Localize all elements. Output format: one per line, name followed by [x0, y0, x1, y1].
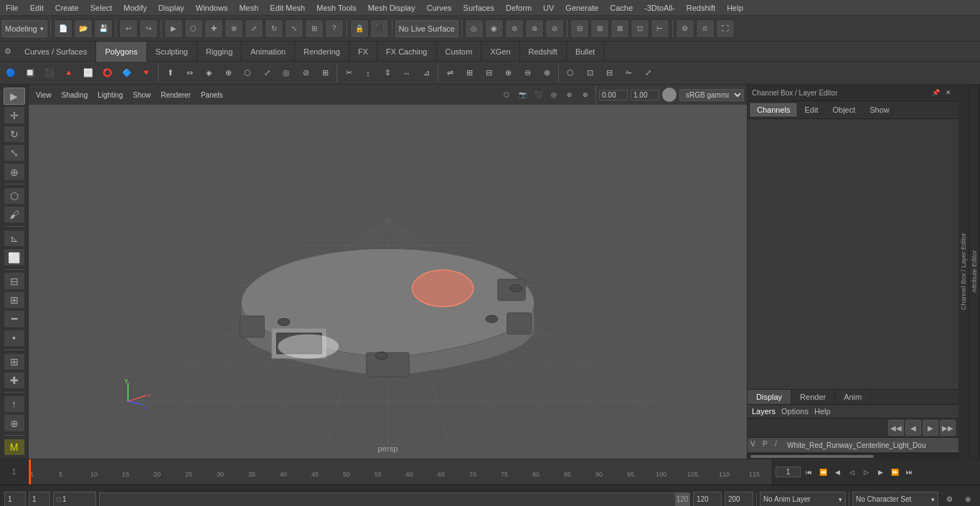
offset-loop-icon[interactable]: ⇕ [378, 64, 397, 83]
menu-modify[interactable]: Modify [118, 2, 152, 14]
anim-layer-dropdown[interactable]: No Anim Layer ▾ [760, 492, 846, 507]
snap-btn[interactable]: ⊞ [305, 19, 324, 38]
menu-file[interactable]: File [0, 2, 24, 14]
snap-grid-btn[interactable]: 🔒 [350, 19, 369, 38]
menu-create[interactable]: Create [50, 2, 85, 14]
anim-total-field[interactable]: 200 [725, 492, 753, 507]
lasso-btn[interactable]: ⊾ [4, 230, 25, 247]
render4-btn[interactable]: ⊛ [525, 19, 544, 38]
undo-btn[interactable]: ↩ [119, 19, 138, 38]
transform-btn[interactable]: ⊕ [225, 19, 243, 38]
vp-shading-menu[interactable]: Shading [57, 90, 93, 100]
rotate-tool-btn[interactable]: ↻ [4, 126, 25, 143]
move-tool-btn[interactable]: ✛ [4, 106, 25, 123]
menu-surfaces[interactable]: Surfaces [458, 2, 500, 14]
cut-sew-icon[interactable]: ✁ [619, 64, 638, 83]
render3-btn[interactable]: ⊚ [505, 19, 524, 38]
vp-color-icon[interactable] [662, 88, 677, 102]
layer-fwd-btn[interactable]: ▶▶ [940, 420, 956, 436]
settings2-btn[interactable]: ⛭ [696, 19, 715, 38]
reduce-icon[interactable]: ⊘ [296, 64, 315, 83]
remesh-icon[interactable]: ⊞ [316, 64, 334, 83]
options-tab[interactable]: Options [781, 407, 809, 416]
current-frame-input[interactable] [776, 467, 801, 477]
menu-cache[interactable]: Cache [604, 2, 639, 14]
component-btn[interactable]: ⊟ [4, 272, 25, 289]
render2-btn[interactable]: ◉ [485, 19, 504, 38]
open-file-btn[interactable]: 📂 [74, 19, 93, 38]
menu-redshift[interactable]: Redshift [681, 2, 721, 14]
universal-manip-btn[interactable]: ⊕ [4, 163, 25, 180]
show-tab[interactable]: Show [863, 103, 896, 116]
vp-view-menu[interactable]: View [32, 90, 56, 100]
soft-select-btn[interactable]: ⬡ [4, 187, 25, 205]
vertical-tab-attr[interactable]: Attribute Editor [969, 85, 980, 459]
menu-3dtall[interactable]: -3DtoAll- [639, 2, 681, 14]
poly-sphere-icon[interactable]: 🔵 [1, 64, 20, 83]
transfer-attr-icon[interactable]: ⤢ [639, 64, 657, 83]
object-tab[interactable]: Object [826, 103, 862, 116]
paint-btn[interactable]: 🖌 [4, 206, 25, 223]
render5-btn[interactable]: ⊘ [545, 19, 564, 38]
render-btn[interactable]: ◎ [465, 19, 484, 38]
menu-deform[interactable]: Deform [500, 2, 537, 14]
vp-color-mode-select[interactable]: sRGB gamma [679, 89, 744, 101]
tab-rigging[interactable]: Rigging [197, 42, 242, 62]
tab-custom[interactable]: Custom [437, 42, 482, 62]
maya-logo-btn[interactable]: M [4, 439, 25, 456]
edge-btn[interactable]: ━ [4, 310, 25, 327]
poly-cube-icon[interactable]: 🔲 [21, 64, 39, 83]
channel-box-pin-btn[interactable]: 📌 [930, 87, 941, 98]
unfold-icon[interactable]: ⬡ [561, 64, 580, 83]
go-end-btn[interactable]: ⏭ [903, 466, 915, 479]
poly-torus-icon[interactable]: ⭕ [98, 64, 117, 83]
snap-point-btn[interactable]: ⬛ [370, 19, 389, 38]
layer-scrollbar[interactable] [748, 453, 958, 459]
menu-select[interactable]: Select [85, 2, 118, 14]
frame-field3[interactable]: □ 1 [53, 492, 96, 507]
play-back-btn[interactable]: ◁ [845, 466, 858, 479]
char-set-extra-btn[interactable]: ⊕ [960, 492, 976, 507]
vp-show-menu[interactable]: Show [128, 90, 155, 100]
extract-icon[interactable]: ⤢ [258, 64, 276, 83]
vp-smooth-icon[interactable]: ◎ [547, 88, 561, 102]
vp-select-mask-icon[interactable]: ⬡ [499, 88, 514, 102]
face-btn[interactable]: ⊞ [4, 291, 25, 309]
channels-tab[interactable]: Channels [750, 103, 796, 116]
vp-renderer-menu[interactable]: Renderer [156, 90, 195, 100]
layout-btn[interactable]: ⊟ [570, 19, 589, 38]
menu-mesh-display[interactable]: Mesh Display [362, 2, 421, 14]
fill-hole-icon[interactable]: ⬡ [238, 64, 257, 83]
menu-uv[interactable]: UV [537, 2, 560, 14]
marquee-btn[interactable]: ⬜ [4, 248, 25, 266]
vp-value1-input[interactable] [599, 90, 628, 100]
menu-edit-mesh[interactable]: Edit Mesh [264, 2, 311, 14]
mirror-icon[interactable]: ⇌ [440, 64, 459, 83]
vp-isolate-icon[interactable]: ⊛ [578, 88, 593, 102]
poly-pyramid-icon[interactable]: 🔻 [137, 64, 156, 83]
frame-field2[interactable]: 1 [29, 492, 50, 507]
menu-mesh-tools[interactable]: Mesh Tools [311, 2, 362, 14]
merge-icon[interactable]: ⊕ [219, 64, 237, 83]
layout-uv-icon[interactable]: ⊡ [580, 64, 599, 83]
move-btn[interactable]: ⤢ [245, 19, 263, 38]
scroll-thumb[interactable] [750, 455, 874, 458]
menu-edit[interactable]: Edit [24, 2, 50, 14]
layer-next-btn[interactable]: ▶ [923, 420, 938, 436]
new-file-btn[interactable]: 📄 [54, 19, 72, 38]
separate-icon[interactable]: ⊟ [479, 64, 498, 83]
layer-visibility-toggle[interactable]: V [750, 440, 760, 450]
add-layer-btn[interactable]: ⊕ [4, 414, 25, 431]
vp-panels-menu[interactable]: Panels [197, 90, 227, 100]
viewport[interactable]: View Shading Lighting Show Renderer Pane… [29, 85, 747, 459]
layout5-btn[interactable]: ⊢ [651, 19, 669, 38]
vp-wireframe-icon[interactable]: ⬛ [531, 88, 545, 102]
range-slider[interactable]: 120 [99, 492, 690, 507]
boolean-int-icon[interactable]: ⊗ [537, 64, 556, 83]
poly-plane-icon[interactable]: ⬜ [79, 64, 98, 83]
bevel-icon[interactable]: ◈ [199, 64, 218, 83]
anim-tab[interactable]: Anim [835, 390, 871, 404]
tab-fx-caching[interactable]: FX Caching [377, 42, 436, 62]
rotate-btn[interactable]: ↻ [265, 19, 283, 38]
poly-cone-icon[interactable]: 🔺 [60, 64, 78, 83]
